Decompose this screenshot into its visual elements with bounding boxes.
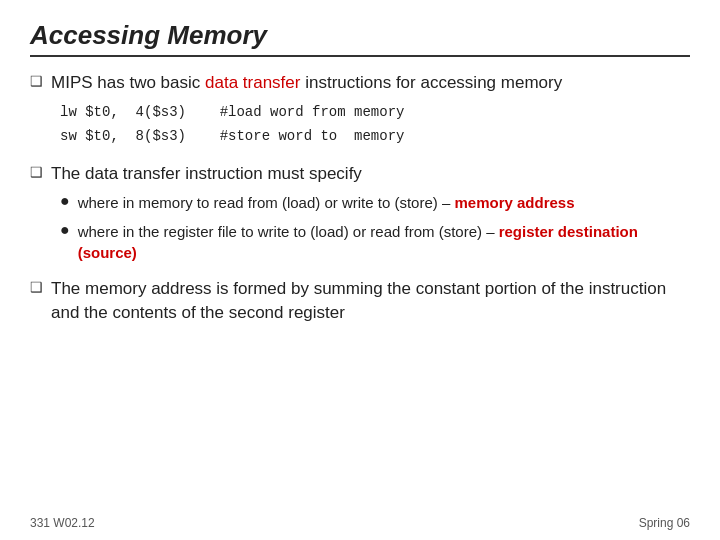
code-block-1: lw $t0, 4($s3) #load word from memory sw…: [60, 101, 690, 149]
title-section: Accessing Memory: [30, 20, 690, 57]
footer-left: 331 W02.12: [30, 516, 95, 530]
bullet-row-2: ❑ The data transfer instruction must spe…: [30, 162, 690, 186]
bullet-text-2: The data transfer instruction must speci…: [51, 162, 362, 186]
sub-text-2: where in the register file to write to (…: [78, 221, 690, 263]
bullet-diamond-1: ❑: [30, 73, 43, 89]
sub-dot-2: ●: [60, 221, 70, 239]
code-line-1: lw $t0, 4($s3) #load word from memory: [60, 101, 690, 125]
sub-bullet-row-2: ● where in the register file to write to…: [60, 221, 690, 263]
bullet-text-1: MIPS has two basic data transfer instruc…: [51, 71, 562, 95]
code-line-2: sw $t0, 8($s3) #store word to memory: [60, 125, 690, 149]
slide-title: Accessing Memory: [30, 20, 267, 50]
sub-dot-1: ●: [60, 192, 70, 210]
red-memory-address: memory address: [454, 194, 574, 211]
section-3: ❑ The memory address is formed by summin…: [30, 277, 690, 325]
bullet-row-1: ❑ MIPS has two basic data transfer instr…: [30, 71, 690, 95]
bullet-diamond-2: ❑: [30, 164, 43, 180]
sub-bullets-2: ● where in memory to read from (load) or…: [60, 192, 690, 263]
sub-text-1: where in memory to read from (load) or w…: [78, 192, 575, 213]
slide: Accessing Memory ❑ MIPS has two basic da…: [0, 0, 720, 540]
section-1: ❑ MIPS has two basic data transfer instr…: [30, 71, 690, 148]
bullet-text-3: The memory address is formed by summing …: [51, 277, 690, 325]
footer: 331 W02.12 Spring 06: [30, 516, 690, 530]
bullet-diamond-3: ❑: [30, 279, 43, 295]
highlight-data-transfer: data transfer: [205, 73, 300, 92]
red-summing-text: summing the constant portion of the inst…: [51, 279, 666, 322]
bullet-row-3: ❑ The memory address is formed by summin…: [30, 277, 690, 325]
section-2: ❑ The data transfer instruction must spe…: [30, 162, 690, 263]
footer-right: Spring 06: [639, 516, 690, 530]
red-register-destination: register destination (source): [78, 223, 638, 261]
sub-bullet-row-1: ● where in memory to read from (load) or…: [60, 192, 690, 213]
